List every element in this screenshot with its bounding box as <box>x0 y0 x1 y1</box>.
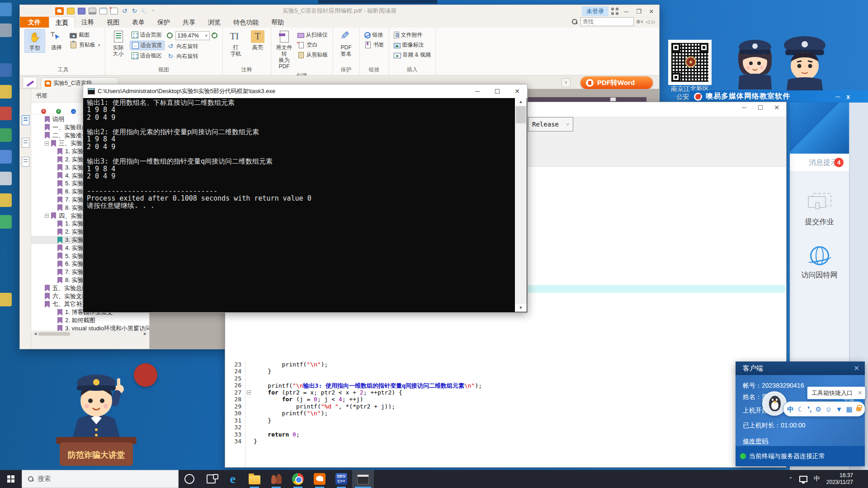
submit-homework-button[interactable]: 提交作业 <box>790 193 849 227</box>
ribbon-button-剪贴板[interactable]: 剪贴板▾ <box>68 41 102 49</box>
change-password-link[interactable]: 修改密码 <box>743 437 768 446</box>
pages-panel-tab[interactable] <box>22 138 29 148</box>
taskbar-app-cortana[interactable] <box>179 470 200 488</box>
grid-icon[interactable]: ▦ <box>846 406 852 413</box>
collapse-toolbar-button[interactable]: ˅ <box>561 78 571 87</box>
expander-minus-icon[interactable] <box>45 214 49 218</box>
menu-tab-表单[interactable]: 表单 <box>126 17 151 28</box>
scroll-left-icon[interactable]: ◀ <box>32 331 38 336</box>
scroll-right-icon[interactable]: ▶ <box>142 331 148 336</box>
open-folder-icon[interactable] <box>67 8 75 14</box>
desktop-icon[interactable] <box>0 63 12 77</box>
client-titlebar[interactable]: 客户端 <box>736 361 865 375</box>
ribbon-button-向右旋转[interactable]: 向右旋转 <box>165 52 220 61</box>
find-input[interactable] <box>580 17 634 26</box>
quill-pen-icon[interactable] <box>23 77 37 88</box>
tooltip-close-icon[interactable]: ✕ <box>858 389 863 396</box>
ribbon-button-PDF签名[interactable]: PDF 签名 <box>336 29 357 58</box>
desktop-icon[interactable] <box>0 215 12 229</box>
ribbon-button-从剪贴板[interactable]: 从剪贴板 <box>296 51 330 59</box>
scroll-down-icon[interactable]: ▼ <box>515 304 527 312</box>
layout-grid-icon[interactable] <box>611 8 618 15</box>
zoom-in-icon[interactable] <box>211 32 219 39</box>
undo-icon[interactable]: ↺ <box>121 8 128 14</box>
redo-icon[interactable]: ↻ <box>131 8 138 14</box>
console-scrollbar[interactable]: ▲ ▼ <box>515 98 527 312</box>
desktop-icon[interactable] <box>0 85 12 99</box>
taskbar-app-people[interactable] <box>265 470 287 488</box>
ribbon-button-文件附件[interactable]: 文件附件 <box>392 31 433 39</box>
ribbon-button-适合宽度[interactable]: 适合宽度 <box>130 41 165 50</box>
taskbar-app-edge[interactable]: e <box>222 470 244 488</box>
console-close-button[interactable]: ✕ <box>507 84 527 98</box>
ribbon-button-截图[interactable]: 截图 <box>68 31 102 39</box>
desktop-icon[interactable] <box>0 128 12 142</box>
foxit-logo-icon[interactable] <box>55 7 64 15</box>
console-output-area[interactable]: 输出1: 使用数组名、下标直接访问二维数组元素1 9 8 42 0 4 9 输出… <box>84 98 516 312</box>
save-icon[interactable] <box>78 8 85 14</box>
ime-icon[interactable]: 中 <box>787 406 794 413</box>
ribbon-button-实际大小[interactable]: 实际 大小 <box>108 29 129 58</box>
classroom-software-titlebar[interactable]: 噢易多媒体网络教室软件 ─ x <box>689 90 868 103</box>
desktop-icon[interactable] <box>0 107 12 120</box>
taskbar-app-devcpp[interactable]: DEV C++ <box>330 470 352 488</box>
ide-maximize-button[interactable]: ☐ <box>755 104 765 111</box>
taskbar-app-console[interactable] <box>352 470 374 488</box>
ribbon-button-高亮[interactable]: 高亮 <box>247 29 268 52</box>
emoji-icon[interactable]: ☺ <box>825 406 832 413</box>
scroll-up-icon[interactable]: ▲ <box>515 98 527 106</box>
client-close-button[interactable]: ✕ <box>854 361 859 375</box>
ribbon-button-音频 & 视频[interactable]: 音频 & 视频 <box>392 51 433 59</box>
foxit-titlebar[interactable]: ↺↻☟˯₌ 实验5_C语言指针应用编程.pdf - 福昕阅读器 未登录 ─ ❐ … <box>20 5 659 17</box>
ime-indicator[interactable]: 中 <box>814 475 820 483</box>
menu-tab-共享[interactable]: 共享 <box>176 17 202 28</box>
bookmark-item[interactable]: 2. 如何截图 <box>31 316 149 324</box>
find-prev-icon[interactable]: ◁ <box>646 19 649 25</box>
taskbar-app-foxit[interactable] <box>309 470 330 488</box>
caret-down-icon[interactable]: ₌ <box>152 8 156 14</box>
ribbon-button-图像标注[interactable]: 图像标注 <box>392 41 433 49</box>
hand-select-icon[interactable]: ☟˯ <box>141 8 149 14</box>
zoom-level-select[interactable]: 139.47%▾ <box>175 31 210 40</box>
console-scroll-thumb[interactable] <box>516 106 526 123</box>
menu-tab-视图[interactable]: 视图 <box>100 17 126 28</box>
ribbon-button-打字机[interactable]: 打 字机 <box>226 29 246 58</box>
ribbon-button-适合页面[interactable]: 适合页面 <box>130 31 165 39</box>
ribbon-button-手型[interactable]: 手型 <box>24 29 45 53</box>
menu-tab-保护[interactable]: 保护 <box>151 17 176 28</box>
close-button[interactable]: ✕ <box>646 8 656 15</box>
search-icon[interactable] <box>571 19 578 25</box>
ribbon-button-将文件转换为PDF[interactable]: 将文件转 换为PDF <box>274 29 295 71</box>
console-maximize-button[interactable]: ☐ <box>487 84 507 98</box>
ribbon-button-空白[interactable]: 空白 <box>296 41 330 49</box>
find-next-icon[interactable]: ▷ <box>652 19 656 25</box>
menu-tab-主页[interactable]: 主页 <box>49 17 75 28</box>
restore-button[interactable]: ❐ <box>634 8 644 15</box>
page-view-icon[interactable] <box>99 8 107 14</box>
expander-minus-icon[interactable] <box>45 141 49 145</box>
bookmark-goto-icon[interactable]: → <box>66 104 75 113</box>
ribbon-button-适合视区[interactable]: 适合视区 <box>130 52 165 60</box>
desktop-icon[interactable] <box>0 150 12 164</box>
desktop-icon[interactable] <box>0 23 12 37</box>
taskbar-clock[interactable]: 16:37 2023/11/27 <box>826 472 856 486</box>
ribbon-button-选择[interactable]: 选择 <box>46 29 67 52</box>
console-titlebar[interactable]: C:\Users\Administrator\Desktop\实验5\实验5部分… <box>83 84 527 98</box>
tray-chevron-icon[interactable]: ⌃ <box>789 476 793 482</box>
desktop-icon[interactable] <box>0 172 12 185</box>
bookmarks-hscrollbar[interactable]: ◀ ▶ <box>31 331 149 336</box>
login-button[interactable]: 未登录 <box>582 6 609 16</box>
fold-collapse-icon[interactable] <box>247 390 251 394</box>
ribbon-button-书签[interactable]: 书签 <box>363 41 386 49</box>
comments-panel-tab[interactable] <box>22 157 29 167</box>
taskbar-app-explorer[interactable] <box>244 470 265 488</box>
ribbon-button-从扫描仪[interactable]: 从扫描仪 <box>296 31 330 39</box>
bookmark-add-icon[interactable]: + <box>51 104 60 113</box>
skin-icon[interactable]: ▼ <box>835 406 842 413</box>
menu-tab-帮助[interactable]: 帮助 <box>265 17 290 28</box>
night-mode-icon[interactable]: ☾ <box>797 406 803 413</box>
bookmarks-panel-tab[interactable] <box>22 115 29 125</box>
toolbox-icon[interactable]: ⚙ <box>815 406 821 413</box>
desktop-icon[interactable] <box>0 3 12 16</box>
ide-minimize-button[interactable]: ─ <box>739 104 749 111</box>
